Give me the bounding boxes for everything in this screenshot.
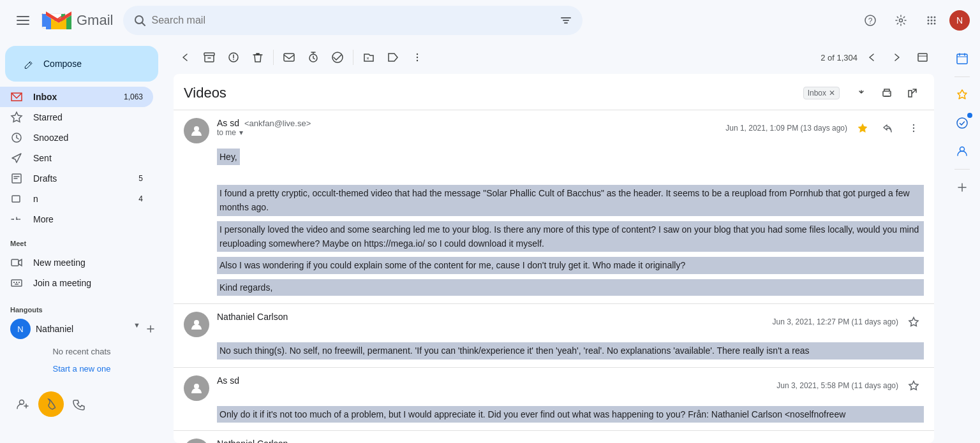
hangout-avatar: N — [10, 319, 31, 339]
add-person-button[interactable] — [10, 391, 36, 417]
message-date-3: Jun 3, 2021, 5:58 PM (11 days ago) — [776, 381, 898, 390]
message-date-2: Jun 3, 2021, 12:27 PM (11 days ago) — [773, 317, 898, 326]
snooze-button[interactable] — [302, 46, 325, 69]
hangout-add-button[interactable] — [143, 321, 158, 337]
calendar-panel-button[interactable] — [949, 46, 975, 71]
archive-button[interactable] — [198, 46, 221, 69]
svg-point-53 — [889, 92, 890, 94]
svg-line-6 — [142, 23, 145, 26]
sidebar-item-snoozed[interactable]: Snoozed — [0, 127, 153, 148]
tasks-panel-button[interactable] — [949, 110, 975, 136]
sidebar-item-drafts[interactable]: Drafts 5 — [0, 168, 153, 189]
avatar[interactable]: N — [949, 10, 970, 31]
star-button-3[interactable] — [903, 375, 924, 396]
email-subject-bar: Videos Inbox ✕ — [174, 74, 934, 110]
svg-rect-8 — [563, 20, 569, 21]
starred-label: Starred — [33, 112, 143, 122]
settings-button[interactable] — [888, 8, 914, 33]
svg-point-59 — [194, 384, 199, 389]
search-bar — [123, 6, 583, 35]
right-panel — [944, 41, 980, 443]
message-body-3: Only do it if it's not too much of a pro… — [184, 406, 924, 423]
mark-read-button[interactable] — [278, 46, 301, 69]
search-input[interactable] — [151, 15, 554, 26]
menu-button[interactable] — [10, 8, 36, 33]
svg-point-49 — [417, 57, 418, 58]
meet-section-label: Meet — [0, 229, 163, 250]
body-para-4: Kind regards, — [217, 279, 924, 296]
sidebar-item-new-meeting[interactable]: New meeting — [0, 252, 153, 273]
print-button[interactable] — [875, 82, 898, 105]
more-options-button[interactable] — [406, 46, 429, 69]
svg-rect-61 — [957, 54, 967, 64]
greeting-text: Hey, — [217, 149, 240, 165]
gmail-logo: Gmail — [41, 11, 113, 29]
topbar: Gmail ? — [0, 0, 980, 41]
phone-button[interactable] — [38, 391, 64, 417]
move-to-button[interactable] — [357, 46, 380, 69]
email-message-3: As sd Jun 3, 2021, 5:58 PM (11 days ago)… — [174, 367, 934, 430]
report-spam-button[interactable] — [222, 46, 245, 69]
done-button[interactable] — [326, 46, 349, 69]
star-button-2[interactable] — [903, 312, 924, 332]
search-options-icon[interactable] — [560, 14, 572, 27]
apps-button[interactable] — [919, 8, 944, 33]
drafts-label: Drafts — [33, 173, 128, 184]
search-icon — [133, 14, 146, 27]
labels-button[interactable] — [382, 46, 405, 69]
svg-point-57 — [913, 131, 914, 132]
start-new-chat-link[interactable]: Start a new one — [0, 361, 163, 376]
svg-rect-30 — [11, 259, 19, 266]
main-layout: Compose Inbox 1,063 Starred Snoozed — [0, 41, 980, 443]
svg-rect-32 — [13, 282, 15, 283]
svg-point-29 — [19, 219, 20, 220]
compose-button[interactable]: Compose — [5, 46, 158, 82]
message-date-1: Jun 1, 2021, 1:09 PM (13 days ago) — [725, 124, 847, 133]
toolbar-right: 2 of 1,304 — [820, 46, 934, 69]
inbox-badge: Inbox ✕ — [803, 87, 840, 99]
reply-button-1[interactable] — [878, 118, 898, 138]
call-button[interactable] — [66, 391, 92, 417]
n-label: n — [33, 194, 128, 204]
sidebar-item-n[interactable]: n 4 — [0, 189, 153, 209]
new-meeting-label: New meeting — [33, 258, 143, 268]
sidebar-item-starred[interactable]: Starred — [0, 107, 153, 127]
svg-rect-35 — [15, 284, 19, 285]
help-button[interactable]: ? — [858, 8, 883, 33]
open-in-new-button[interactable] — [901, 82, 924, 105]
more-button-1[interactable] — [903, 118, 924, 138]
sender-name-1: As sd — [217, 118, 239, 128]
sidebar-item-inbox[interactable]: Inbox 1,063 — [0, 87, 153, 107]
hangout-user-nathaniel[interactable]: N Nathaniel ▼ — [0, 316, 163, 342]
svg-point-56 — [913, 127, 914, 129]
delete-button[interactable] — [246, 46, 269, 69]
inbox-badge-remove[interactable]: ✕ — [829, 89, 835, 98]
compose-label: Compose — [43, 59, 82, 69]
star-button-4[interactable] — [903, 439, 924, 443]
svg-rect-51 — [918, 54, 927, 61]
star-button-1[interactable] — [852, 118, 873, 138]
sidebar-item-sent[interactable]: Sent — [0, 148, 153, 168]
keep-panel-button[interactable] — [949, 82, 975, 108]
collapse-all-button[interactable] — [850, 82, 873, 105]
svg-point-48 — [417, 54, 418, 55]
sidebar-item-more[interactable]: More — [0, 209, 153, 229]
sender-info-2: Nathaniel Carlson — [217, 312, 765, 322]
back-button[interactable] — [174, 46, 197, 69]
toolbar-separator-2 — [353, 50, 353, 65]
svg-point-58 — [194, 320, 199, 325]
video-icon — [10, 256, 23, 269]
message-body-1: Hey, I found a pretty cryptic, occult-th… — [184, 149, 924, 296]
add-panel-button[interactable] — [949, 175, 975, 200]
message-to-1[interactable]: to me ▾ — [217, 128, 718, 137]
hangout-dropdown-icon[interactable]: ▼ — [133, 321, 140, 337]
message-header-1: As sd <ankfan@live.se> to me ▾ Jun 1, 20… — [184, 118, 924, 143]
view-options-button[interactable] — [911, 46, 934, 69]
prev-email-button[interactable] — [860, 46, 883, 69]
inbox-badge-label: Inbox — [808, 89, 826, 98]
sidebar-item-join-meeting[interactable]: Join a meeting — [0, 273, 153, 293]
body-preview-3: Only do it if it's not too much of a pro… — [217, 406, 924, 423]
contacts-panel-button[interactable] — [949, 138, 975, 164]
email-thread: Videos Inbox ✕ — [174, 74, 934, 443]
next-email-button[interactable] — [886, 46, 909, 69]
